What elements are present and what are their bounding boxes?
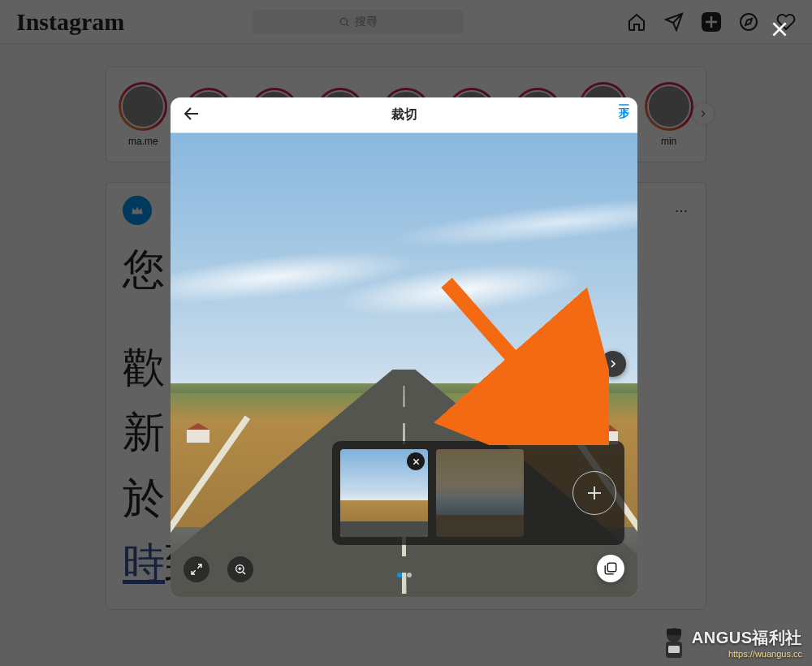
zoom-button[interactable] [227,556,253,582]
svg-line-14 [243,572,245,574]
crop-canvas[interactable] [171,133,637,597]
arrow-left-icon [182,104,201,123]
media-thumbnail[interactable] [436,449,524,537]
zoom-icon [234,563,247,576]
watermark: ANGUS福利社 https://wuangus.cc [692,627,802,660]
back-button[interactable] [182,104,201,127]
svg-rect-23 [667,629,681,635]
crop-controls [184,556,253,582]
svg-line-10 [192,570,196,574]
chevron-right-icon [607,357,620,370]
close-icon [769,19,790,40]
next-media-button[interactable] [600,351,626,377]
modal-header: 裁切 下一步 [171,97,637,133]
modal-title: 裁切 [171,106,637,123]
x-icon [412,457,421,466]
expand-icon [190,563,203,576]
media-tray [332,441,624,545]
media-thumbnail[interactable] [340,449,428,537]
gallery-stack-icon [603,561,618,576]
open-media-tray-button[interactable] [597,555,624,582]
carousel-dots [397,573,412,577]
close-modal-button[interactable] [765,15,794,44]
dot-active [397,573,402,577]
remove-media-button[interactable] [407,452,425,470]
watermark-url: https://wuangus.cc [692,648,802,660]
watermark-figure [658,624,690,661]
crop-modal: 裁切 下一步 [171,97,637,597]
svg-rect-25 [668,646,680,653]
aspect-ratio-button[interactable] [184,556,209,582]
plus-icon [585,483,604,503]
add-media-button[interactable] [572,471,616,515]
watermark-title: ANGUS福利社 [692,627,802,648]
svg-rect-15 [607,563,616,572]
svg-line-9 [197,564,201,569]
dot [407,573,412,577]
